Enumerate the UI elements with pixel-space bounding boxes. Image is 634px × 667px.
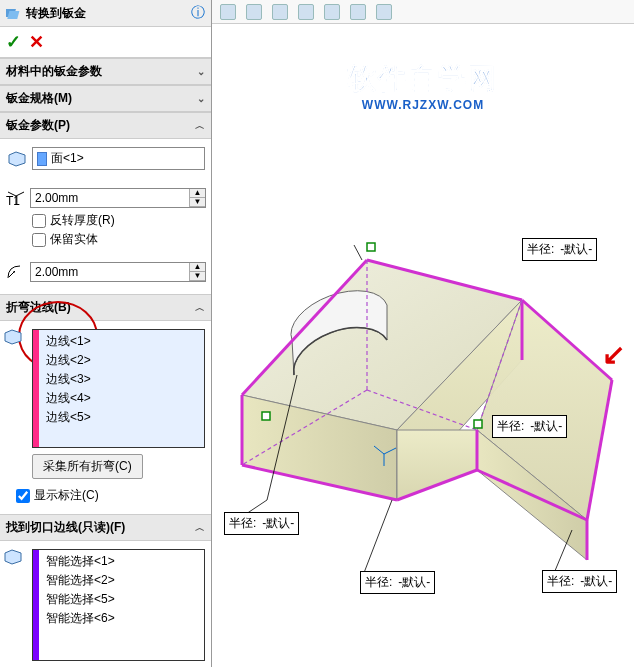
radius-callout[interactable]: 半径:-默认- (224, 512, 299, 535)
radius-value[interactable] (31, 263, 189, 281)
ok-cancel-bar: ✓ ✕ (0, 27, 211, 58)
section-bend-label: 折弯边线(B) (6, 299, 71, 316)
section-spec[interactable]: 钣金规格(M) ⌄ (0, 85, 211, 112)
reverse-checkbox[interactable] (32, 214, 46, 228)
radius-callout[interactable]: 半径:-默认- (492, 415, 567, 438)
cancel-button[interactable]: ✕ (29, 31, 44, 53)
panel-titlebar: 转换到钣金 ⓘ (0, 0, 211, 27)
chevron-up-icon: ︿ (195, 521, 205, 535)
reverse-label: 反转厚度(R) (50, 212, 115, 229)
chevron-down-icon: ⌄ (197, 93, 205, 104)
chevron-up-icon: ︿ (195, 301, 205, 315)
thickness-icon: T1 (6, 189, 26, 207)
property-panel: 转换到钣金 ⓘ ✓ ✕ 材料中的钣金参数 ⌄ 钣金规格(M) ⌄ 钣金参数(P)… (0, 0, 212, 667)
section-rip-body: 智能选择<1> 智能选择<2> 智能选择<5> 智能选择<6> 显示标注(C) (0, 541, 211, 667)
section-material[interactable]: 材料中的钣金参数 ⌄ (0, 58, 211, 85)
section-params[interactable]: 钣金参数(P) ︿ (0, 112, 211, 139)
keep-body-checkbox[interactable] (32, 233, 46, 247)
spin-down[interactable]: ▼ (190, 198, 205, 207)
collect-all-bends-button[interactable]: 采集所有折弯(C) (32, 454, 143, 479)
radius-callout[interactable]: 半径:-默认- (360, 571, 435, 594)
keep-body-check[interactable]: 保留实体 (32, 231, 205, 248)
show-note-bend-checkbox[interactable] (16, 489, 30, 503)
radius-icon (6, 263, 26, 281)
section-spec-label: 钣金规格(M) (6, 90, 72, 107)
list-item[interactable]: 智能选择<1> (36, 552, 201, 571)
section-material-label: 材料中的钣金参数 (6, 63, 102, 80)
list-item[interactable]: 智能选择<6> (36, 609, 201, 628)
list-item[interactable]: 智能选择<5> (36, 590, 201, 609)
show-note-bend-check[interactable]: 显示标注(C) (16, 487, 205, 504)
face-input[interactable]: 面<1> (32, 147, 205, 170)
radius-input[interactable]: ▲▼ (30, 262, 206, 282)
show-note-bend-label: 显示标注(C) (34, 487, 99, 504)
section-params-label: 钣金参数(P) (6, 117, 70, 134)
section-rip[interactable]: 找到切口边线(只读)(F) ︿ (0, 514, 211, 541)
section-bend-body: 边线<1> 边线<2> 边线<3> 边线<4> 边线<5> 采集所有折弯(C) … (0, 321, 211, 514)
radius-callout[interactable]: 半径:-默认- (522, 238, 597, 261)
chevron-up-icon: ︿ (195, 119, 205, 133)
reverse-thickness-check[interactable]: 反转厚度(R) (32, 212, 205, 229)
help-icon[interactable]: ⓘ (191, 4, 205, 22)
svg-text:T1: T1 (6, 194, 20, 206)
face-value: 面<1> (51, 150, 84, 167)
bend-edges-list[interactable]: 边线<1> 边线<2> 边线<3> 边线<4> 边线<5> (32, 329, 205, 448)
3d-model (212, 0, 634, 667)
color-box (37, 152, 47, 166)
list-item[interactable]: 边线<2> (36, 351, 201, 370)
edge-icon (4, 549, 22, 568)
keep-body-label: 保留实体 (50, 231, 98, 248)
list-item[interactable]: 边线<3> (36, 370, 201, 389)
section-bend[interactable]: 折弯边线(B) ︿ (0, 294, 211, 321)
face-icon (6, 150, 28, 168)
thickness-value[interactable] (31, 189, 189, 207)
svg-rect-3 (262, 412, 270, 420)
section-params-body: 面<1> T1 ▲▼ 反转厚度(R) 保留实体 ▲▼ (0, 139, 211, 294)
svg-rect-4 (474, 420, 482, 428)
list-item[interactable]: 边线<4> (36, 389, 201, 408)
convert-sheetmetal-icon (6, 5, 22, 21)
thickness-input[interactable]: ▲▼ (30, 188, 206, 208)
panel-title: 转换到钣金 (26, 5, 191, 22)
ok-button[interactable]: ✓ (6, 31, 21, 53)
chevron-down-icon: ⌄ (197, 66, 205, 77)
list-item[interactable]: 边线<5> (36, 408, 201, 427)
edge-icon (4, 329, 22, 348)
section-rip-label: 找到切口边线(只读)(F) (6, 519, 125, 536)
svg-rect-5 (367, 243, 375, 251)
radius-callout[interactable]: 半径:-默认- (542, 570, 617, 593)
3d-viewport[interactable]: 软件自学网 WWW.RJZXW.COM (212, 0, 634, 667)
list-item[interactable]: 智能选择<2> (36, 571, 201, 590)
list-item[interactable]: 边线<1> (36, 332, 201, 351)
rip-edges-list[interactable]: 智能选择<1> 智能选择<2> 智能选择<5> 智能选择<6> (32, 549, 205, 661)
spin-down[interactable]: ▼ (190, 272, 205, 281)
